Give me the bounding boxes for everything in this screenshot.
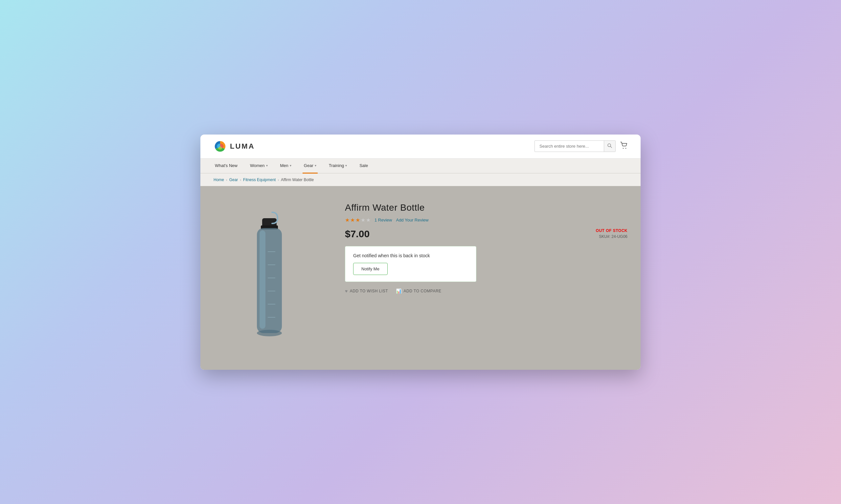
stock-info: OUT OF STOCK SKU#: 24-UG06 — [596, 228, 628, 239]
breadcrumb-fitness-equipment[interactable]: Fitness Equipment — [243, 178, 276, 182]
svg-point-5 — [625, 148, 626, 149]
breadcrumb: Home › Gear › Fitness Equipment › Affirm… — [201, 174, 640, 186]
star-2: ★ — [350, 217, 355, 223]
rating-row: ★ ★ ★ ★ ★ 1 Review Add Your Review — [345, 217, 628, 223]
add-review-link[interactable]: Add Your Review — [396, 218, 428, 222]
nav-training[interactable]: Training ▾ — [328, 159, 348, 174]
breadcrumb-home[interactable]: Home — [213, 178, 224, 182]
svg-rect-9 — [259, 230, 265, 329]
search-input[interactable] — [535, 141, 604, 151]
nav-men[interactable]: Men ▾ — [279, 159, 293, 174]
chevron-down-icon: ▾ — [345, 164, 347, 167]
svg-point-16 — [257, 330, 282, 336]
star-4: ★ — [361, 217, 365, 223]
svg-point-4 — [623, 148, 623, 149]
search-bar — [534, 141, 616, 152]
star-3: ★ — [356, 217, 360, 223]
review-count-link[interactable]: 1 Review — [375, 218, 392, 222]
main-content: Affirm Water Bottle ★ ★ ★ ★ ★ 1 Review A… — [201, 186, 640, 370]
breadcrumb-separator: › — [226, 178, 227, 182]
chevron-down-icon: ▾ — [266, 164, 268, 167]
nav-sale[interactable]: Sale — [358, 159, 369, 174]
cart-svg — [620, 142, 628, 149]
notify-me-button[interactable]: Notify Me — [353, 263, 388, 275]
star-1: ★ — [345, 217, 349, 223]
chevron-down-icon: ▾ — [315, 164, 316, 167]
browser-window: LUMA What — [201, 134, 640, 370]
search-icon — [607, 143, 612, 148]
header: LUMA — [201, 134, 640, 159]
sku-label: SKU#: 24-UG06 — [596, 234, 628, 239]
out-of-stock-label: OUT OF STOCK — [596, 228, 628, 233]
breadcrumb-current: Affirm Water Bottle — [281, 178, 314, 182]
add-to-wishlist-button[interactable]: ♥ ADD TO WISH LIST — [345, 288, 388, 294]
nav-women[interactable]: Women ▾ — [249, 159, 269, 174]
header-right — [534, 141, 628, 152]
star-rating: ★ ★ ★ ★ ★ — [345, 217, 371, 223]
notify-box: Get notified when this is back in stock … — [345, 246, 476, 282]
add-to-compare-button[interactable]: 📊 ADD TO COMPARE — [396, 288, 442, 294]
svg-line-3 — [611, 146, 612, 148]
breadcrumb-separator: › — [240, 178, 241, 182]
heart-icon: ♥ — [345, 288, 348, 294]
logo-icon — [213, 140, 227, 153]
nav-gear[interactable]: Gear ▾ — [303, 159, 318, 174]
breadcrumb-gear[interactable]: Gear — [229, 178, 238, 182]
action-links: ♥ ADD TO WISH LIST 📊 ADD TO COMPARE — [345, 288, 628, 294]
nav-whats-new[interactable]: What's New — [213, 159, 239, 174]
product-title: Affirm Water Bottle — [345, 202, 628, 213]
cart-icon[interactable] — [620, 142, 628, 150]
logo[interactable]: LUMA — [213, 140, 255, 153]
logo-text: LUMA — [230, 142, 255, 150]
notify-text: Get notified when this is back in stock — [353, 253, 468, 258]
chevron-down-icon: ▾ — [290, 164, 291, 167]
breadcrumb-separator: › — [278, 178, 279, 182]
star-5: ★ — [366, 217, 371, 223]
price-stock-row: $7.00 OUT OF STOCK SKU#: 24-UG06 — [345, 228, 628, 239]
compare-icon: 📊 — [396, 288, 402, 294]
product-details: Affirm Water Bottle ★ ★ ★ ★ ★ 1 Review A… — [345, 199, 628, 294]
product-image — [237, 206, 302, 344]
search-button[interactable] — [604, 141, 615, 151]
main-nav: What's New Women ▾ Men ▾ Gear ▾ Training… — [201, 159, 640, 174]
product-image-container — [213, 199, 325, 350]
product-price: $7.00 — [345, 228, 370, 239]
